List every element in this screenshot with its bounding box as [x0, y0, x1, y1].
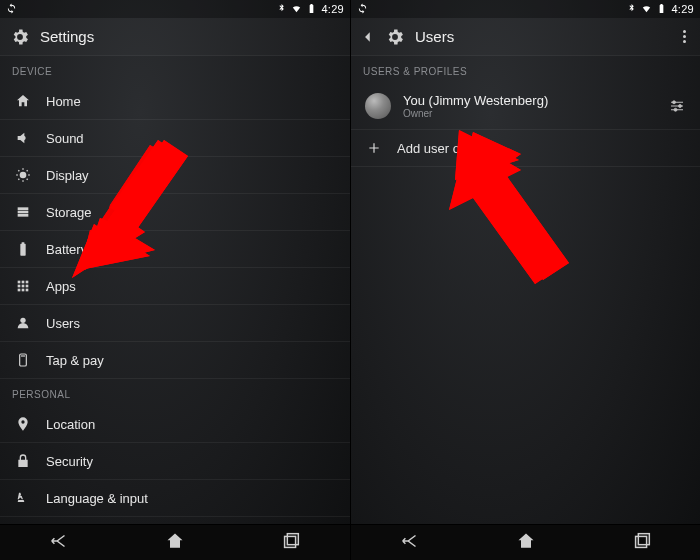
svg-rect-5 [22, 281, 25, 284]
settings-item-label: Home [46, 94, 336, 109]
section-header-users-profiles: USERS & PROFILES [351, 56, 700, 83]
app-bar: Settings [0, 18, 350, 56]
svg-point-0 [20, 172, 27, 179]
sliders-icon[interactable] [668, 97, 686, 115]
svg-rect-9 [26, 285, 29, 288]
svg-rect-2 [18, 211, 29, 214]
apps-icon [14, 277, 32, 295]
navigation-bar [351, 524, 700, 560]
settings-list[interactable]: DEVICE Home Sound Display Storage Batter… [0, 56, 350, 524]
wifi-icon [641, 3, 652, 16]
settings-item-label: Sound [46, 131, 336, 146]
settings-item-apps[interactable]: Apps [0, 268, 350, 305]
svg-rect-6 [26, 281, 29, 284]
settings-gear-icon [385, 27, 405, 47]
status-time: 4:29 [321, 3, 344, 15]
nav-back-button[interactable] [48, 530, 70, 556]
sync-icon [6, 3, 17, 16]
settings-item-tap-pay[interactable]: Tap & pay [0, 342, 350, 379]
add-user-row[interactable]: Add user or profile [351, 130, 700, 167]
svg-rect-8 [22, 285, 25, 288]
page-title: Users [415, 28, 454, 45]
navigation-bar [0, 524, 350, 560]
settings-item-backup[interactable]: Backup & reset [0, 517, 350, 524]
location-icon [14, 415, 32, 433]
users-list: USERS & PROFILES You (Jimmy Westenberg) … [351, 56, 700, 524]
settings-item-label: Language & input [46, 491, 336, 506]
svg-point-26 [679, 105, 682, 108]
settings-item-label: Display [46, 168, 336, 183]
settings-item-language[interactable]: Language & input [0, 480, 350, 517]
svg-rect-16 [288, 533, 299, 544]
status-time: 4:29 [671, 3, 694, 15]
users-screen: 4:29 Users USERS & PROFILES You (Jimmy W… [350, 0, 700, 560]
user-row-owner[interactable]: You (Jimmy Westenberg) Owner [351, 83, 700, 130]
svg-point-25 [673, 101, 676, 104]
settings-item-storage[interactable]: Storage [0, 194, 350, 231]
svg-rect-1 [18, 207, 29, 210]
user-role: Owner [403, 108, 656, 119]
settings-item-battery[interactable]: Battery [0, 231, 350, 268]
home-icon [14, 92, 32, 110]
svg-rect-29 [638, 533, 649, 544]
settings-screen: 4:29 Settings DEVICE Home Sound Display … [0, 0, 350, 560]
svg-point-27 [674, 108, 677, 111]
section-header-personal: PERSONAL [0, 379, 350, 406]
svg-rect-12 [26, 289, 29, 292]
sound-icon [14, 129, 32, 147]
svg-rect-10 [18, 289, 21, 292]
svg-rect-3 [18, 214, 29, 217]
security-icon [14, 452, 32, 470]
nav-recents-button[interactable] [631, 530, 653, 556]
settings-item-label: Tap & pay [46, 353, 336, 368]
settings-item-label: Location [46, 417, 336, 432]
settings-gear-icon [10, 27, 30, 47]
bluetooth-icon [626, 3, 637, 16]
svg-rect-7 [18, 285, 21, 288]
plus-icon [365, 139, 383, 157]
settings-item-home[interactable]: Home [0, 83, 350, 120]
display-icon [14, 166, 32, 184]
status-bar: 4:29 [0, 0, 350, 18]
settings-item-sound[interactable]: Sound [0, 120, 350, 157]
settings-item-label: Apps [46, 279, 336, 294]
nav-recents-button[interactable] [280, 530, 302, 556]
back-icon[interactable] [361, 30, 375, 44]
battery-icon [14, 240, 32, 258]
wifi-icon [291, 3, 302, 16]
avatar [365, 93, 391, 119]
nav-back-button[interactable] [399, 530, 421, 556]
user-name: You (Jimmy Westenberg) [403, 93, 656, 108]
overflow-menu-button[interactable] [679, 26, 690, 47]
settings-item-users[interactable]: Users [0, 305, 350, 342]
svg-rect-4 [18, 281, 21, 284]
settings-item-label: Users [46, 316, 336, 331]
storage-icon [14, 203, 32, 221]
status-bar: 4:29 [351, 0, 700, 18]
settings-item-label: Security [46, 454, 336, 469]
svg-point-13 [20, 318, 25, 323]
svg-rect-11 [22, 289, 25, 292]
battery-icon [656, 3, 667, 16]
settings-item-display[interactable]: Display [0, 157, 350, 194]
tap-pay-icon [14, 351, 32, 369]
battery-icon [306, 3, 317, 16]
settings-item-security[interactable]: Security [0, 443, 350, 480]
section-header-device: DEVICE [0, 56, 350, 83]
add-user-label: Add user or profile [397, 141, 686, 156]
users-icon [14, 314, 32, 332]
sync-icon [357, 3, 368, 16]
bluetooth-icon [276, 3, 287, 16]
app-bar: Users [351, 18, 700, 56]
settings-item-location[interactable]: Location [0, 406, 350, 443]
svg-rect-15 [285, 536, 296, 547]
page-title: Settings [40, 28, 94, 45]
language-icon [14, 489, 32, 507]
settings-item-label: Storage [46, 205, 336, 220]
settings-item-label: Battery [46, 242, 336, 257]
nav-home-button[interactable] [165, 531, 185, 555]
nav-home-button[interactable] [516, 531, 536, 555]
svg-rect-28 [635, 536, 646, 547]
